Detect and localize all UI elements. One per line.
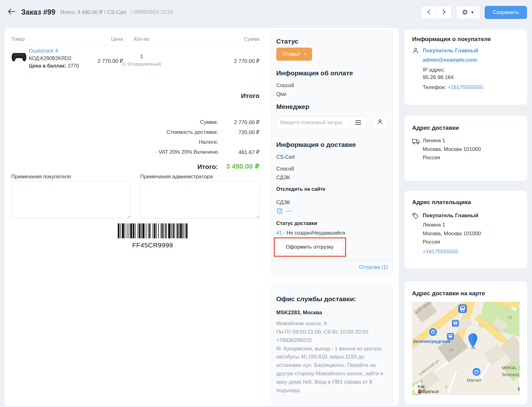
office-heading: Офис службы доставки: [276,295,356,303]
column-header-product: Товар [11,36,25,42]
payment-method-value: Qiwi [276,91,286,97]
save-button[interactable]: Сохранить [485,6,527,19]
billing-address-heading: Адрес плательщика [412,199,471,206]
map-street [444,369,458,395]
order-status-value: Открыт [283,51,301,57]
customer-info-heading: Информация о покупателе [412,36,491,43]
manager-list-button[interactable] [350,116,367,129]
product-price: 2 770.00 ₽ [92,58,123,64]
shipment-status-row: #1 - Не создан/Неудавшийся [276,230,345,236]
person-icon [377,119,383,126]
customer-ip-value: 95.26.98.164 [423,74,454,81]
map-house-number: 2А [449,347,454,352]
settings-dropdown-button[interactable]: ⚙ ▼ [456,6,480,19]
barcode-text: FF45CR9999 [95,241,210,249]
product-name-link[interactable]: Dualshock 4 [29,48,58,54]
product-qty-note: (1 Отправленный) [120,61,164,67]
shipping-method-value: СДЭК [276,175,290,180]
manager-heading: Менеджер [276,103,309,110]
shipping-address-text: Ленина 1 Москва, Москва 101000 Россия [423,136,481,162]
product-points-value: 2770 [68,63,79,68]
shipment-status-text: - Не создан/Неудавшийся [282,230,345,236]
barcode-block: FF45CR9999 [95,223,210,249]
customer-name-link[interactable]: Покупатель Главный [423,48,478,54]
totals-row-label: · VAT 20% 20% Включено [135,149,218,155]
create-shipment-button[interactable]: Оформить отгрузку [276,240,343,254]
product-points-label: Цена в баллах: [29,63,66,68]
shipment-status-label: Статус доставки [276,221,317,226]
product-qty: 1 [129,54,154,60]
customer-notes-label: Примечания покупателя [11,174,71,180]
order-date: / 09/09/2024,15:24 [131,9,173,15]
totals-row-value: 461.67 ₽ [223,149,259,156]
shipping-carrier: CS-Cart [276,154,295,160]
person-icon [412,47,419,55]
delivery-map[interactable]: кий просп. Зеленоградский советская ул. … [412,302,520,395]
top-bar: Заказ #99 Итого: 3 490.00 ₽ / CS-Cart / … [0,0,532,24]
column-header-price: Цена [92,36,123,42]
transit-stop-icon [452,320,459,327]
status-panel: Статус Открыт ▼ Информация об оплате Спо… [271,30,393,276]
admin-notes-label: Примечания администратора [140,174,213,180]
payment-heading: Информация об оплате [276,69,353,77]
map-store-label: Магнит [467,378,482,383]
grand-total-value: 3 490.00 ₽ [204,162,259,171]
shipping-address-card: Адрес доставки Ленина 1 Москва, Москва 1… [405,116,527,181]
chevron-left-icon [427,9,430,16]
order-nav-group [421,6,452,19]
map-heading: Адрес доставки на карте [412,290,485,297]
barcode-bars [118,223,188,238]
edit-tracking-icon[interactable] [276,208,283,216]
customer-notes-textarea[interactable] [11,181,131,218]
billing-name: Покупатель Главный [423,213,478,219]
map-poi-label: МФЮА, У [502,365,520,370]
billing-phone-link[interactable]: +16175555555 [423,249,458,255]
shipping-heading: Информация о доставке [276,141,356,148]
order-status-button[interactable]: Открыт ▼ [276,48,312,61]
truck-icon [412,138,420,146]
directions-label: Как добраться [418,384,439,394]
map-card: Адрес доставки на карте [405,281,527,405]
totals-heading: Итого [191,92,259,100]
manager-search-input[interactable] [276,116,350,129]
track-carrier: СДЭК [276,199,290,205]
back-button[interactable] [7,7,16,17]
billing-address-card: Адрес плательщика Покупатель Главный Лен… [405,191,527,269]
gear-icon: ⚙ [462,9,468,16]
map-poi-label: Зеленогр [502,372,520,377]
manager-profile-button[interactable] [372,116,388,129]
payment-method-label: Способ [276,82,294,88]
product-points: Цена в баллах: 2770 [29,63,79,69]
map-terms-link[interactable]: Условия [518,386,520,391]
office-details: Можайское шоссе, 9 Пн-Пт 09:00-21:00, Сб… [276,320,388,395]
track-label: Отследить на сайте [276,186,325,192]
product-sum: 2 770.00 ₽ [223,58,259,64]
order-subtitle: Итого: 3 490.00 ₽ / CS-Cart [60,9,126,16]
totals-row-value: 2 770.00 ₽ [223,119,259,126]
customer-ip-label: IP адрес: [423,67,445,73]
admin-notes-textarea[interactable] [140,181,259,218]
table-divider [11,46,259,46]
status-heading: Статус [276,38,298,45]
customer-email-link[interactable]: admin@example.com [423,57,477,63]
prev-order-button[interactable] [421,6,436,19]
customer-info-card: Информация о покупателе Покупатель Главн… [405,30,527,105]
shipments-link[interactable]: Отгрузки (1) [359,264,388,270]
column-header-qty: Кол-во [129,36,154,42]
page-title: Заказ #99 [21,8,55,16]
totals-row-label: Стоимость доставки: [135,129,218,135]
column-header-sum: Сумма [223,36,259,42]
shipment-number-link[interactable]: #1 [276,230,282,236]
next-order-button[interactable] [436,6,451,19]
customer-phone-link[interactable]: +16175555555 [448,84,483,90]
product-code: КОД:K290B2KRD2 [29,56,71,61]
shipping-address-heading: Адрес доставки [412,124,459,131]
product-image[interactable] [11,50,27,64]
customer-phone-label: Телефон: [423,84,446,90]
hamburger-icon [355,120,361,125]
back-arrow-icon [8,8,15,16]
office-name: MSK2283, Москва [276,310,322,316]
directions-button[interactable]: Как добраться [415,384,422,394]
tracking-number-dash: — [286,208,291,214]
customer-phone-row: Телефон: +16175555555 [423,84,483,91]
